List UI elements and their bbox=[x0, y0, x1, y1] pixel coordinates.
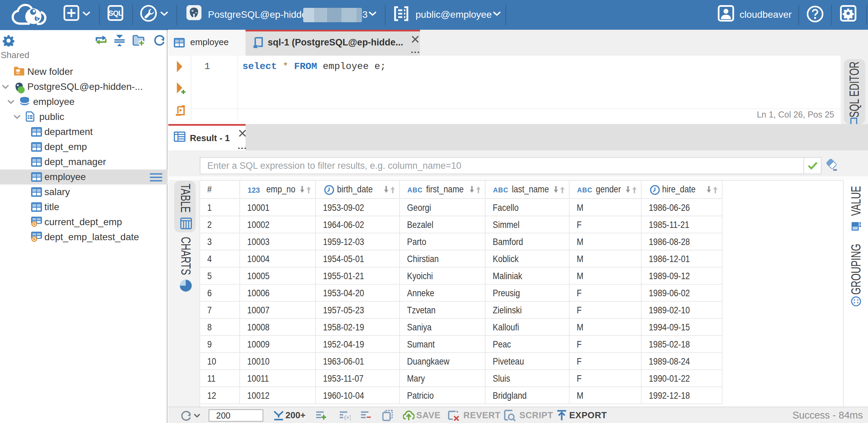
svg-text:ABC: ABC bbox=[577, 186, 592, 193]
svg-text:ABC: ABC bbox=[407, 186, 423, 193]
svg-text:(+): (+) bbox=[344, 414, 351, 420]
svg-text:SQL: SQL bbox=[108, 9, 123, 17]
svg-text:123: 123 bbox=[248, 186, 260, 193]
svg-text:ABC: ABC bbox=[493, 186, 508, 193]
